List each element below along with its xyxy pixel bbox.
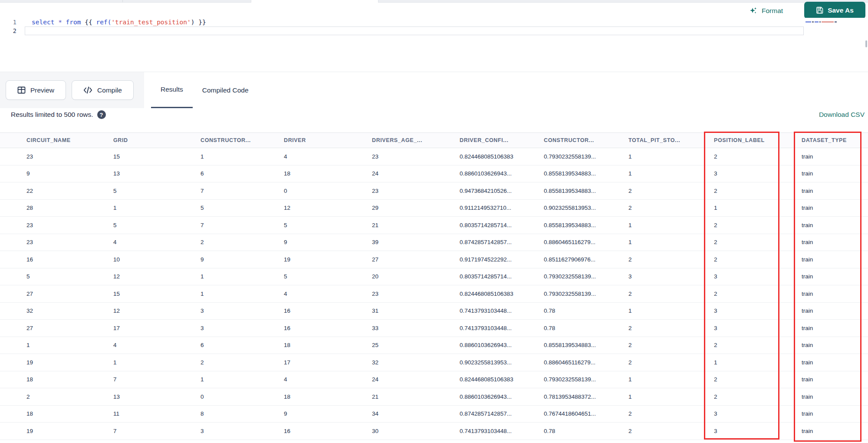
save-as-button[interactable]: Save As	[804, 2, 865, 19]
code-icon	[83, 86, 92, 94]
table-cell: 0.8035714285714...	[460, 268, 544, 285]
table-cell: 18	[284, 388, 372, 406]
table-cell: 4	[284, 148, 372, 165]
table-cell: 1	[628, 217, 714, 234]
compile-button[interactable]: Compile	[72, 80, 134, 100]
table-cell: train	[802, 285, 868, 303]
code-token: *	[58, 19, 62, 26]
column-header: POSITION_LABEL	[714, 133, 802, 148]
table-row: 23575210.8035714285714...0.8558139534883…	[0, 217, 868, 234]
table-cell: train	[802, 182, 868, 200]
table-cell: 28	[0, 199, 113, 217]
table-cell: 12	[113, 268, 201, 285]
table-cell: 6	[201, 165, 284, 182]
table-cell: 16	[284, 302, 372, 320]
table-cell: 1	[201, 148, 284, 165]
table-cell: 0.9171974522292...	[460, 251, 544, 268]
table-cell: train	[802, 148, 868, 165]
editor-scrollbar[interactable]	[865, 40, 867, 47]
code-token: from	[66, 19, 81, 26]
table-cell: 5	[284, 217, 372, 234]
preview-button[interactable]: Preview	[6, 80, 66, 100]
table-cell: 3	[714, 302, 802, 320]
table-cell: 16	[284, 423, 372, 440]
table-cell: train	[802, 320, 868, 337]
code-line-2[interactable]: 2	[0, 26, 868, 35]
table-cell: 0.7413793103448...	[460, 423, 544, 440]
table-cell: 3	[714, 268, 802, 285]
table-cell: 1	[714, 354, 802, 371]
results-tabs: Results Compiled Code	[151, 72, 258, 108]
table-cell: 5	[0, 268, 113, 285]
table-cell: 27	[0, 285, 113, 303]
table-cell: 5	[284, 268, 372, 285]
column-header: DRIVERS_AGE_...	[372, 133, 460, 148]
tab-compiled-code-label: Compiled Code	[202, 86, 249, 94]
format-button[interactable]: Format	[749, 5, 783, 17]
table-cell: 0.9023255813953...	[460, 354, 544, 371]
table-cell: 1	[201, 371, 284, 388]
table-cell: 0.7930232558139...	[544, 268, 628, 285]
table-cell: 18	[0, 405, 113, 423]
table-cell: 3	[628, 268, 714, 285]
tab-results[interactable]: Results	[151, 72, 193, 108]
table-cell: 23	[0, 234, 113, 251]
compile-label: Compile	[97, 86, 122, 94]
table-cell: train	[802, 217, 868, 234]
table-cell: 3	[714, 165, 802, 182]
line-number-2: 2	[0, 26, 16, 35]
row-limit-text: Results limited to 500 rows.	[11, 111, 93, 119]
tab-compiled-code[interactable]: Compiled Code	[193, 72, 258, 108]
table-cell: 2	[201, 234, 284, 251]
table-cell: 2	[628, 337, 714, 354]
table-cell: train	[802, 268, 868, 285]
table-cell: 0	[284, 182, 372, 200]
table-cell: 5	[113, 182, 201, 200]
table-cell: 1	[628, 148, 714, 165]
sql-editor[interactable]: 1 select * from {{ ref('train_test_posit…	[0, 18, 868, 72]
table-cell: 16	[0, 251, 113, 268]
table-cell: train	[802, 302, 868, 320]
table-cell: 29	[372, 199, 460, 217]
table-cell: 23	[372, 182, 460, 200]
table-cell: 2	[714, 182, 802, 200]
code-token	[62, 19, 66, 26]
table-row: 231514230.8244680851063830.7930232558139…	[0, 148, 868, 165]
table-cell: 3	[714, 423, 802, 440]
code-line-1[interactable]: 1 select * from {{ ref('train_test_posit…	[0, 18, 868, 26]
table-cell: 1	[113, 199, 201, 217]
column-header: TOTAL_PIT_STO...	[628, 133, 714, 148]
table-cell: 31	[372, 302, 460, 320]
table-cell: 0.7413793103448...	[460, 302, 544, 320]
table-cell: 0.7413793103448...	[460, 320, 544, 337]
table-cell: 33	[372, 320, 460, 337]
ide-screen: Format Save As 1 select * from {{ ref('t…	[0, 0, 868, 443]
download-csv-link[interactable]: Download CSV	[819, 109, 865, 120]
code-token	[81, 19, 85, 26]
table-cell: 4	[284, 285, 372, 303]
help-icon[interactable]: ?	[97, 110, 106, 119]
table-header-row: CIRCUIT_NAMEGRIDCONSTRUCTOR...DRIVERDRIV…	[0, 133, 868, 148]
table-cell: train	[802, 354, 868, 371]
sparkles-icon	[749, 7, 758, 15]
table-cell: 3	[201, 320, 284, 337]
table-cell: 0.9112149532710...	[460, 199, 544, 217]
table-cell: 0.824468085106383	[460, 285, 544, 303]
results-toolbar: Preview Compile Results Compiled Code	[0, 72, 868, 108]
table-row: 2717316330.7413793103448...0.7823train	[0, 320, 868, 337]
table-cell: 2	[714, 337, 802, 354]
column-header: DATASET_TYPE	[802, 133, 868, 148]
table-cell: 0.824468085106383	[460, 148, 544, 165]
table-cell: 22	[0, 182, 113, 200]
editor-minimap[interactable]	[806, 21, 854, 26]
line-number-1: 1	[0, 18, 16, 26]
table-cell: 27	[0, 320, 113, 337]
table-cell: 0.7930232558139...	[544, 148, 628, 165]
table-cell: 3	[201, 423, 284, 440]
table-row: 23429390.8742857142857...0.8860465116279…	[0, 234, 868, 251]
table-cell: 0.8558139534883...	[544, 217, 628, 234]
table-cell: 1	[0, 337, 113, 354]
table-cell: 32	[372, 354, 460, 371]
table-cell: 4	[284, 371, 372, 388]
table-cell: 0.824468085106383	[460, 371, 544, 388]
